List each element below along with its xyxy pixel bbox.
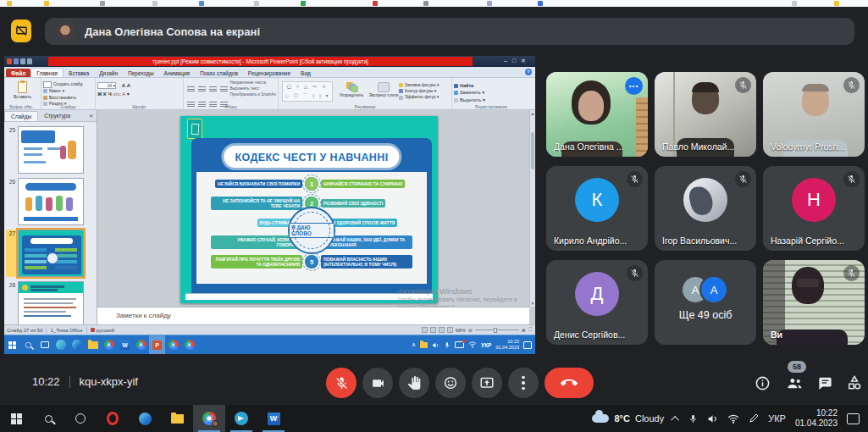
slide-thumbnail-25[interactable]: 25 [6, 126, 93, 174]
notes-area[interactable]: Заметки к слайду [97, 307, 529, 324]
tab-insert[interactable]: Вставка [64, 69, 94, 77]
theme-name: 1_Тема Office [50, 328, 82, 333]
tab-transitions[interactable]: Переходы [123, 69, 159, 77]
tab-design[interactable]: Дизайн [94, 69, 123, 77]
reading-view-icon[interactable] [439, 327, 445, 333]
slide-thumbnail-27-selected[interactable]: 27 [6, 230, 93, 277]
shapes-gallery[interactable]: ◻ ○ △ ⇨ ☆ ◇ ⬠ ⌒ { } ▾ [282, 81, 333, 102]
mic-toggle-button[interactable] [326, 368, 357, 398]
raise-hand-button[interactable] [399, 368, 429, 398]
start-button[interactable] [0, 405, 32, 432]
panel-tab-outline[interactable]: Структура [38, 111, 76, 120]
tab-view[interactable]: Вид [296, 69, 316, 77]
opera-icon[interactable] [97, 405, 129, 432]
tile-ihor[interactable]: Ігор Васильович... [655, 166, 756, 251]
meeting-details-button[interactable] [752, 373, 772, 393]
camera-toggle-button[interactable] [362, 368, 393, 398]
present-button[interactable] [472, 368, 502, 398]
stop-presenting-button[interactable] [11, 19, 31, 42]
tile-you[interactable]: Ви [763, 260, 865, 345]
activities-button[interactable] [844, 373, 865, 393]
sorter-view-icon[interactable] [430, 327, 436, 333]
tile-dana[interactable]: ••• Дана Олегівна ... [546, 72, 648, 157]
word-icon[interactable]: W [257, 405, 290, 432]
shared-chrome2-icon[interactable] [133, 335, 149, 355]
tile-volodymyr[interactable]: Volodymyr Prosh... [763, 72, 865, 157]
telegram-icon[interactable] [225, 405, 257, 432]
file-explorer-icon[interactable] [161, 405, 193, 432]
edge-icon[interactable] [129, 405, 161, 432]
tile-denys[interactable]: Д Денис Сергійов... [546, 260, 648, 345]
shared-powerpoint-icon-active[interactable]: P [149, 335, 165, 355]
zoom-out-icon[interactable]: ⊖ [468, 327, 473, 333]
shared-edge-legacy-icon[interactable] [53, 335, 69, 355]
ribbon-group-editing[interactable]: Найти Заменить ▾ Выделить ▾ Редактирован… [452, 78, 530, 109]
slide-thumbnail-28[interactable]: 28 [6, 281, 93, 329]
slide-scrollbar[interactable]: ▲ ▼ [529, 110, 535, 307]
shared-action-center-icon[interactable] [523, 341, 532, 349]
reactions-button[interactable] [435, 368, 466, 398]
ribbon-group-slides[interactable]: Создать слайд Макет ▾ Восстановить Разде… [41, 78, 96, 109]
normal-view-icon[interactable] [422, 327, 428, 333]
shared-chrome4-icon[interactable] [181, 335, 197, 355]
ribbon-group-drawing[interactable]: ◻ ○ △ ⇨ ☆ ◇ ⬠ ⌒ { } ▾ Упорядочить Экспре… [279, 78, 452, 109]
window-controls[interactable]: –□✕ [504, 56, 531, 66]
fit-to-window-icon[interactable]: ⛶ [528, 327, 532, 333]
shared-chrome-icon[interactable] [101, 335, 117, 355]
ribbon-group-paragraph[interactable]: Направление текста Выровнять текст Преоб… [184, 78, 279, 109]
tile-nazarii[interactable]: Н Назарій Сергійо... [763, 166, 865, 251]
slide-thumbnail-26[interactable]: 26 [6, 178, 93, 225]
chat-button[interactable] [815, 373, 835, 393]
tray-chevron-icon[interactable] [671, 415, 679, 424]
weather-widget[interactable]: 8°C Cloudy [592, 413, 664, 424]
help-icon[interactable]: ? [525, 69, 532, 75]
tile-kyrylo[interactable]: К Кирило Андрійо... [546, 166, 648, 251]
language-status: русский [97, 328, 115, 333]
tray-pen-icon[interactable] [749, 413, 759, 424]
tab-file[interactable]: Файл [6, 69, 30, 77]
current-slide[interactable]: КОДЕКС ЧЕСТІ У НАВЧАННІ НЕ БІЙСЯ ВИЗНАВА… [180, 116, 438, 303]
language-indicator[interactable]: УКР [768, 413, 786, 424]
more-options-button[interactable] [508, 368, 539, 398]
slide-item-6: ПАМ'ЯТАЙ ПРО ПОЧУТТЯ ТВОЇХ ДРУЗІВ ТА ОДН… [211, 255, 318, 269]
shared-tray-chevron-icon[interactable]: ∧ [412, 341, 416, 348]
favicon [834, 1, 839, 6]
zoom-slider[interactable] [475, 330, 519, 330]
tile-overflow[interactable]: A A Ще 49 осіб [655, 260, 756, 345]
shared-chrome3-icon[interactable] [165, 335, 181, 355]
chrome-icon-active[interactable] [193, 405, 225, 432]
show-everyone-button[interactable] [784, 373, 804, 393]
shared-system-tray[interactable]: ∧ УКР 10:22 01.04.2023 [412, 339, 535, 351]
shared-start-button[interactable] [4, 335, 20, 355]
quick-access-toolbar[interactable] [7, 58, 32, 64]
panel-tab-slides[interactable]: Слайды [4, 111, 38, 121]
powerpoint-statusbar: Слайд 27 из 50 1_Тема Office русский 68%… [4, 324, 535, 335]
slideshow-view-icon[interactable] [447, 327, 453, 333]
leave-call-button[interactable] [545, 368, 594, 398]
slide-stamp: Я ДАЮ СЛОВО [288, 207, 335, 254]
action-center-icon[interactable] [847, 413, 860, 424]
search-button[interactable] [32, 405, 64, 432]
browser-bookmarks-strip[interactable] [0, 0, 868, 7]
taskbar-clock[interactable]: 10:22 01.04.2023 [795, 408, 838, 429]
panel-close-icon[interactable]: ✕ [89, 113, 93, 119]
shared-explorer-icon[interactable] [85, 335, 101, 355]
ribbon-group-font[interactable]: 28 ▾ А А Ж К Ч abc A ▾ Шрифт [96, 78, 184, 109]
tray-mic-icon[interactable] [688, 413, 698, 424]
tab-home[interactable]: Главная [30, 68, 64, 77]
tile-options-button[interactable]: ••• [625, 77, 643, 95]
shared-search-button[interactable] [20, 335, 36, 355]
shared-word-icon[interactable]: W [117, 335, 133, 355]
tab-review[interactable]: Рецензирование [243, 69, 296, 77]
tab-animations[interactable]: Анимация [159, 69, 196, 77]
shared-edge-icon[interactable] [69, 335, 85, 355]
ribbon-group-clipboard[interactable]: Вставить Буфер обм... [4, 78, 41, 109]
cortana-button[interactable] [64, 405, 97, 432]
zoom-in-icon[interactable]: ⊕ [522, 327, 526, 333]
shared-taskview-button[interactable] [36, 335, 53, 355]
shared-language-indicator[interactable]: УКР [481, 342, 491, 348]
tab-slideshow[interactable]: Показ слайдов [195, 69, 243, 77]
tray-speaker-icon[interactable] [707, 413, 718, 424]
tile-pavlo[interactable]: Павло Миколай... [655, 72, 756, 157]
tray-wifi-icon[interactable] [727, 414, 739, 424]
